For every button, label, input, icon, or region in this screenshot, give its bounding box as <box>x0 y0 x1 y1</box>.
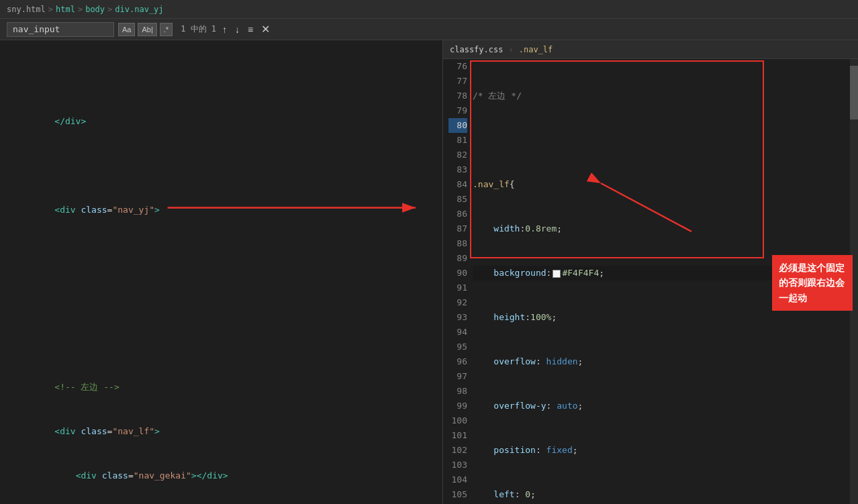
code-line <box>34 336 436 350</box>
right-tab-sep: › <box>508 45 513 54</box>
right-tab-bar: classfy.css › .nav_lf <box>443 40 858 59</box>
code-line <box>34 291 436 306</box>
code-line <box>34 158 436 173</box>
search-menu-btn[interactable]: ≡ <box>246 24 255 35</box>
code-line: <!-- 左边 --> <box>34 380 436 395</box>
breadcrumb-sep3: > <box>107 5 112 14</box>
code-line: <div class="nav_gekai"></div> <box>34 468 436 483</box>
breadcrumb-sep2: > <box>78 5 83 14</box>
breadcrumb-div[interactable]: div.nav_yj <box>115 5 163 14</box>
left-panel: </div> <div class="nav_yj"> <!-- 左边 --> … <box>0 40 443 504</box>
color-swatch <box>553 270 561 278</box>
breadcrumb-body[interactable]: body <box>85 5 105 14</box>
case-sensitive-btn[interactable]: Aa <box>118 23 135 36</box>
html-line-numbers <box>0 40 34 504</box>
code-line: <div class="nav_lf"> <box>34 424 436 439</box>
search-result-info: 1 中的 1 <box>181 23 216 35</box>
search-close-btn[interactable]: ✕ <box>259 23 272 36</box>
search-options: Aa Ab| .* <box>118 23 173 36</box>
code-line <box>34 247 436 262</box>
breadcrumb-file[interactable]: sny.html <box>7 5 46 14</box>
code-line <box>34 70 436 85</box>
css-line-76: /* 左边 */ <box>473 89 851 103</box>
minimap-thumb <box>850 66 858 119</box>
css-line-84: position: fixed; <box>473 443 851 458</box>
search-input[interactable] <box>7 22 114 37</box>
breadcrumb-html[interactable]: html <box>56 5 75 14</box>
editor-area: </div> <div class="nav_yj"> <!-- 左边 --> … <box>0 40 858 504</box>
code-line: <div class="nav_yj"> <box>34 203 436 217</box>
search-prev-btn[interactable]: ↑ <box>220 24 229 35</box>
right-tab-css[interactable]: classfy.css <box>450 45 503 54</box>
breadcrumb-bar: sny.html > html > body > div.nav_yj <box>0 0 858 19</box>
css-line-81: height:100%; <box>473 310 851 325</box>
code-line: </div> <box>34 114 436 129</box>
css-line-83: overflow-y: auto; <box>473 399 851 413</box>
breadcrumb-sep1: > <box>48 5 53 14</box>
regex-btn[interactable]: .* <box>160 23 173 36</box>
css-line-85: left: 0; <box>473 487 851 502</box>
search-bar: Aa Ab| .* 1 中的 1 ↑ ↓ ≡ ✕ <box>0 19 858 40</box>
right-panel: classfy.css › .nav_lf 76 77 78 79 80 81 … <box>443 40 858 504</box>
css-line-77 <box>473 133 851 148</box>
search-next-btn[interactable]: ↓ <box>233 24 242 35</box>
css-line-82: overflow: hidden; <box>473 354 851 369</box>
annotation-text: 必须是这个固定的否则跟右边会一起动 <box>779 262 845 303</box>
right-tab-selector[interactable]: .nav_lf <box>519 45 553 54</box>
css-line-78: .nav_lf{ <box>473 177 851 192</box>
html-code-container[interactable]: </div> <div class="nav_yj"> <!-- 左边 --> … <box>0 40 442 504</box>
html-code-lines: </div> <div class="nav_yj"> <!-- 左边 --> … <box>34 40 442 504</box>
annotation-box: 必须是这个固定的否则跟右边会一起动 <box>772 255 853 311</box>
css-line-79: width:0.8rem; <box>473 221 851 236</box>
css-line-numbers: 76 77 78 79 80 81 82 83 84 85 86 87 88 8… <box>443 59 473 504</box>
whole-word-btn[interactable]: Ab| <box>138 23 156 36</box>
